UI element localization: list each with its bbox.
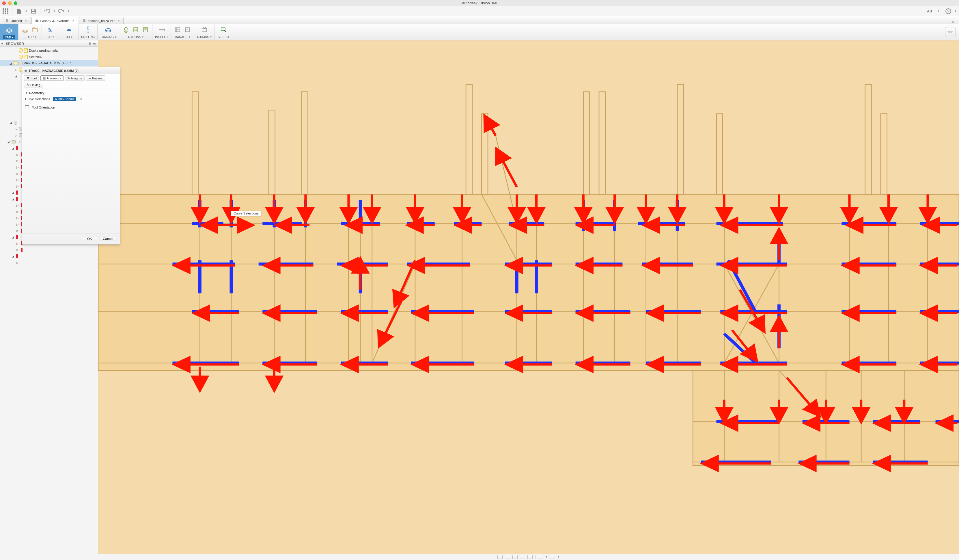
viewcube-top[interactable]: TOP (945, 27, 956, 37)
visibility-icon[interactable] (19, 48, 22, 52)
ribbon-group-label: 3D ▼ (66, 35, 73, 39)
inspect-icon[interactable] (157, 25, 166, 34)
document-tab-label: Fasady 3...overed)* (40, 19, 69, 22)
browser-title: BROWSER (6, 42, 24, 45)
user-menu-chevron-icon[interactable]: ▼ (937, 10, 939, 13)
trace-tab-tool[interactable]: 🛠Tool (24, 75, 39, 81)
close-tab-icon[interactable]: × (118, 19, 120, 23)
fit-icon[interactable] (527, 555, 533, 559)
manage-tools-icon[interactable] (173, 25, 182, 34)
help-icon[interactable]: ? (945, 8, 951, 14)
close-tab-icon[interactable]: × (25, 19, 27, 23)
tool-orientation-checkbox[interactable] (25, 105, 29, 109)
data-panel-icon[interactable] (2, 8, 9, 14)
svg-rect-8 (6, 13, 8, 14)
tree-item[interactable]: Sketch47 (0, 54, 98, 60)
visibility-icon[interactable] (19, 55, 22, 59)
collapse-ribbon-icon[interactable] (949, 20, 957, 24)
svg-rect-14 (87, 27, 89, 29)
addins-icon[interactable] (200, 25, 209, 34)
trace-dialog-header[interactable]: TRACE : NAZNACENIE 0.5MM (2) (22, 67, 120, 74)
turning-icon[interactable] (104, 25, 113, 34)
trace-tab-passes[interactable]: ≣Passes (86, 75, 105, 81)
postprocess-icon[interactable]: G1 (131, 25, 140, 34)
zoom-icon[interactable] (520, 555, 525, 559)
minimize-window-icon[interactable] (8, 2, 11, 5)
2d-icon[interactable] (47, 25, 56, 34)
redo-chevron-icon[interactable]: ▼ (68, 10, 70, 13)
trace-dialog[interactable]: TRACE : NAZNACENIE 0.5MM (2) 🛠Tool ◫Geom… (22, 67, 120, 245)
trace-tab-label: Heights (71, 76, 82, 80)
trace-tab-geometry[interactable]: ◫Geometry (40, 75, 64, 81)
workspace-switcher[interactable]: CAM▾ (0, 24, 19, 40)
grid-chevron-icon[interactable]: ▼ (558, 556, 560, 558)
redo-icon[interactable] (58, 8, 65, 14)
tree-item[interactable]: Doska predna mala (0, 47, 98, 54)
ribbon-group-label: TURNING ▼ (100, 35, 116, 39)
close-window-icon[interactable] (2, 2, 6, 5)
design-canvas[interactable]: Curve Selections (98, 40, 959, 554)
ribbon-group-label: ADD-INS ▼ (197, 35, 212, 39)
tree-item[interactable]: ◢ (0, 253, 98, 259)
expand-icon[interactable]: ▷ (14, 68, 18, 71)
document-tab-podklad[interactable]: podklad_balza v1* × (79, 17, 124, 24)
setup-sheet-icon[interactable] (141, 25, 150, 34)
tree-item[interactable]: ◢ PREDOK FASADA_M75_3mm:1 (0, 60, 98, 67)
ribbon-group-label: SELECT (218, 35, 229, 39)
select-icon[interactable] (220, 25, 228, 34)
save-icon[interactable] (30, 8, 37, 14)
svg-rect-3 (3, 10, 4, 12)
file-menu-chevron-icon[interactable]: ▼ (25, 10, 27, 13)
manage-task-icon[interactable]: % (183, 25, 192, 34)
quick-access-toolbar: ▼ ▼ ▼ AB ▼ ? ▼ (0, 6, 959, 16)
expand-icon[interactable]: ◢ (9, 62, 13, 65)
pan-icon[interactable] (512, 555, 518, 559)
curve-selections-chip[interactable]: 306 Chains (53, 97, 76, 101)
ribbon-group-label: INSPECT (155, 35, 168, 39)
trace-tab-heights[interactable]: ⇅Heights (65, 75, 84, 81)
grid-settings-icon[interactable] (550, 555, 555, 559)
orbit-icon[interactable] (497, 555, 503, 559)
document-tab-untitled[interactable]: Untitled × (2, 17, 31, 24)
clear-selection-icon[interactable]: × (80, 97, 83, 101)
display-chevron-icon[interactable]: ▼ (545, 556, 548, 558)
help-chevron-icon[interactable]: ▼ (954, 10, 957, 13)
browser-header[interactable]: ◂ BROWSER (0, 40, 98, 47)
simulate-icon[interactable] (121, 25, 130, 34)
close-tab-icon[interactable]: × (72, 19, 75, 23)
display-settings-icon[interactable] (538, 555, 543, 559)
maximize-window-icon[interactable] (14, 2, 18, 5)
dialog-pin-icon[interactable] (24, 70, 27, 72)
tree-item[interactable]: ▷ (0, 247, 98, 253)
3d-icon[interactable] (65, 25, 74, 34)
ribbon-group-turning: TURNING ▼ (97, 24, 119, 40)
expand-icon[interactable]: ◢ (14, 75, 18, 78)
svg-rect-29 (202, 28, 207, 32)
svg-rect-30 (203, 27, 206, 28)
visibility-icon[interactable] (14, 61, 18, 65)
ok-button[interactable]: OK (82, 236, 97, 241)
setup-icon[interactable] (21, 25, 29, 34)
file-icon (5, 19, 9, 22)
tree-item[interactable]: ▷ (0, 259, 98, 266)
undo-chevron-icon[interactable]: ▼ (53, 10, 56, 13)
browser-settings-icon[interactable] (89, 43, 91, 45)
cancel-button[interactable]: Cancel (100, 236, 116, 241)
svg-text:?: ? (947, 9, 949, 13)
trace-tab-label: Linking (30, 83, 40, 87)
separator (12, 8, 13, 14)
setup-folder-icon[interactable] (30, 25, 39, 34)
document-tab-fasady[interactable]: Fasady 3...overed)* × (32, 17, 78, 24)
box-icon (35, 19, 39, 22)
undo-icon[interactable] (44, 8, 50, 14)
ribbon-group-inspect: INSPECT (153, 24, 171, 40)
trace-tab-linking[interactable]: ↯Linking (24, 82, 43, 88)
drilling-icon[interactable] (84, 25, 92, 34)
file-icon (83, 19, 86, 22)
look-at-icon[interactable] (505, 555, 510, 559)
file-menu-icon[interactable] (16, 8, 22, 14)
geometry-section-header[interactable]: ▼Geometry (25, 90, 117, 96)
browser-minimize-icon[interactable] (93, 43, 96, 45)
user-menu[interactable]: AB (927, 10, 932, 13)
browser-collapse-icon[interactable]: ◂ (1, 41, 3, 45)
